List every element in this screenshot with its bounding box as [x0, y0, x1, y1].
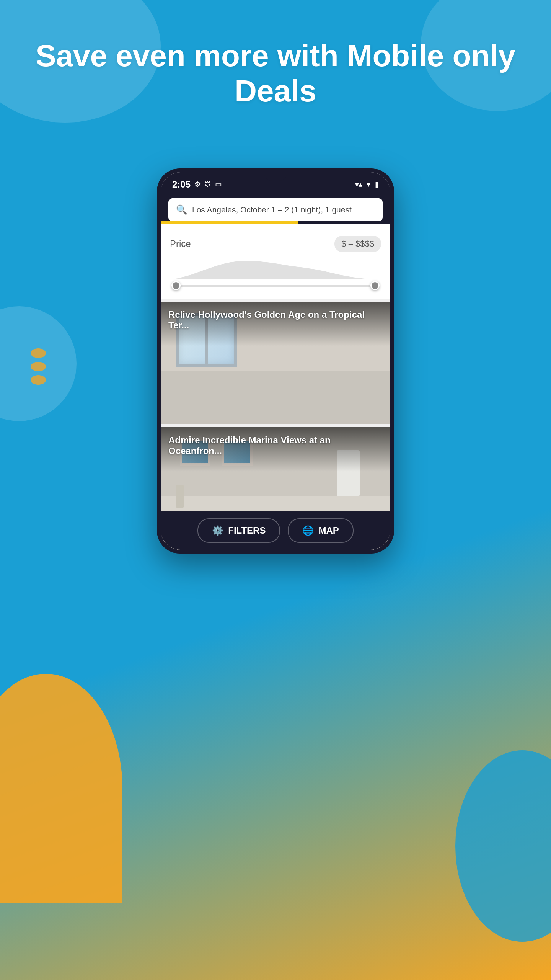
bottom-action-bar: ⚙️ FILTERS 🌐 MAP — [161, 511, 390, 550]
card-1-title: Relive Hollywood's Golden Age on a Tropi… — [168, 309, 365, 330]
card-1-price-box: $550 Updating... — [337, 385, 383, 418]
card-1-location: ▶ 6.2 mi - City center Hollywood — [168, 389, 248, 418]
bg-dots — [31, 345, 46, 389]
price-label: Price — [170, 238, 191, 249]
hero-section: Save even more with Mobile only Deals — [0, 38, 551, 109]
bottle-small-decoration — [176, 485, 184, 508]
gear-icon: ⚙ — [194, 180, 201, 189]
property-card-1[interactable]: Relive Hollywood's Golden Age on a Tropi… — [161, 302, 390, 424]
distance-icon: ▶ — [173, 393, 177, 399]
bg-wave-5 — [455, 750, 551, 942]
search-text: Los Angeles, October 1 – 2 (1 night), 1 … — [192, 205, 352, 214]
filters-button[interactable]: ⚙️ FILTERS — [197, 518, 280, 543]
price-range-badge: $ – $$$$ — [334, 236, 381, 252]
search-icon: 🔍 — [176, 204, 187, 215]
price-curve — [170, 258, 381, 281]
battery-icon: ▮ — [375, 180, 379, 189]
card-2-title-bar: Admire Incredible Marina Views at an Oce… — [161, 427, 390, 472]
bg-dot-2 — [31, 362, 46, 371]
card-2-title: Admire Incredible Marina Views at an Oce… — [168, 435, 331, 456]
shield-icon: 🛡 — [204, 181, 211, 189]
phone-frame: 2:05 ⚙ 🛡 ▭ ▾▴ ▼ ▮ 🔍 Los Angeles, October… — [157, 168, 394, 554]
slider-thumb-left[interactable] — [171, 281, 181, 290]
bg-wave-4 — [0, 674, 122, 903]
bg-dot-1 — [31, 348, 46, 358]
slider-fill — [171, 285, 380, 287]
bg-dot-3 — [31, 375, 46, 385]
wifi-icon: ▼ — [365, 181, 372, 189]
card-1-title-bar: Relive Hollywood's Golden Age on a Tropi… — [161, 302, 390, 346]
search-bar[interactable]: 🔍 Los Angeles, October 1 – 2 (1 night), … — [168, 198, 383, 221]
card-1-price: $550 — [343, 391, 377, 404]
filters-label: FILTERS — [228, 525, 266, 536]
filters-icon: ⚙️ — [212, 525, 223, 536]
map-icon: 🌐 — [302, 525, 314, 536]
bottle-decoration — [184, 386, 194, 416]
map-button[interactable]: 🌐 MAP — [288, 518, 353, 543]
phone-mockup: 2:05 ⚙ 🛡 ▭ ▾▴ ▼ ▮ 🔍 Los Angeles, October… — [157, 168, 394, 554]
progress-bar-container — [161, 221, 390, 224]
status-time: 2:05 — [172, 179, 191, 190]
signal-icon: ▾▴ — [355, 180, 362, 189]
phone-notch — [264, 172, 287, 181]
slider-thumb-right[interactable] — [370, 281, 380, 290]
card-1-neighborhood: Hollywood — [168, 405, 213, 418]
search-container: 🔍 Los Angeles, October 1 – 2 (1 night), … — [161, 194, 390, 221]
card-1-bottom: ▶ 6.2 mi - City center Hollywood $550 Up… — [161, 379, 390, 424]
phone-screen: 2:05 ⚙ 🛡 ▭ ▾▴ ▼ ▮ 🔍 Los Angeles, October… — [161, 172, 390, 550]
map-label: MAP — [318, 525, 339, 536]
status-left: 2:05 ⚙ 🛡 ▭ — [172, 179, 222, 190]
card-1-image: Relive Hollywood's Golden Age on a Tropi… — [161, 302, 390, 424]
content-area: Price $ – $$$$ — [161, 228, 390, 550]
progress-bar — [161, 221, 298, 224]
property-card-2[interactable]: Admire Incredible Marina Views at an Oce… — [161, 427, 390, 550]
battery-outline-icon: ▭ — [215, 180, 222, 189]
price-curve-svg — [170, 258, 381, 281]
cabinet-decoration — [161, 390, 390, 424]
status-right: ▾▴ ▼ ▮ — [355, 180, 379, 189]
card-1-distance: ▶ 6.2 mi - City center — [168, 389, 248, 402]
card-1-price-sub: Updating... — [343, 405, 377, 413]
price-slider[interactable] — [171, 285, 380, 287]
price-filter-header: Price $ – $$$$ — [170, 236, 381, 252]
hero-title: Save even more with Mobile only Deals — [31, 38, 520, 109]
price-filter[interactable]: Price $ – $$$$ — [161, 228, 390, 299]
